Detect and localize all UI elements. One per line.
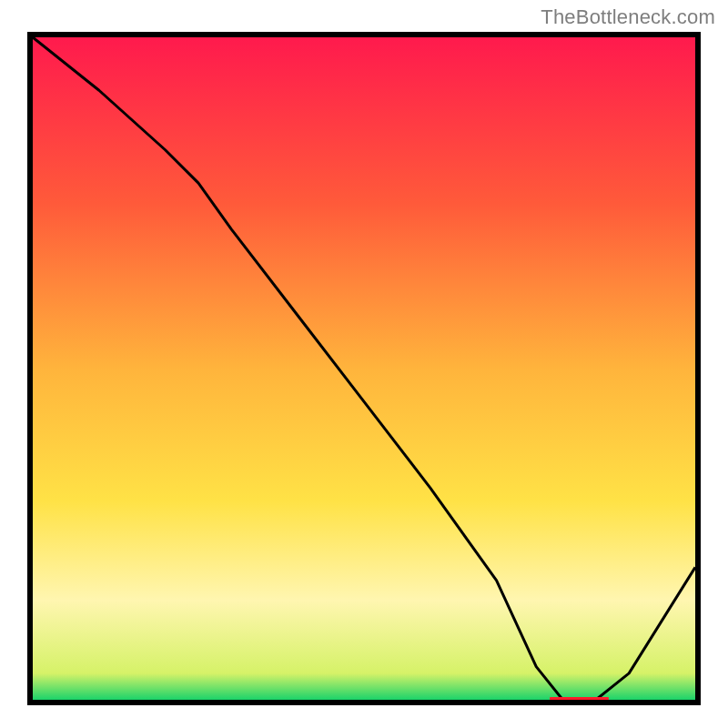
bottleneck-curve xyxy=(33,37,695,700)
watermark-text: TheBottleneck.com xyxy=(541,5,715,29)
plot-area xyxy=(27,32,701,705)
chart-container: TheBottleneck.com xyxy=(0,0,728,728)
optimal-range-marker xyxy=(550,697,610,700)
curve-path xyxy=(33,37,695,700)
